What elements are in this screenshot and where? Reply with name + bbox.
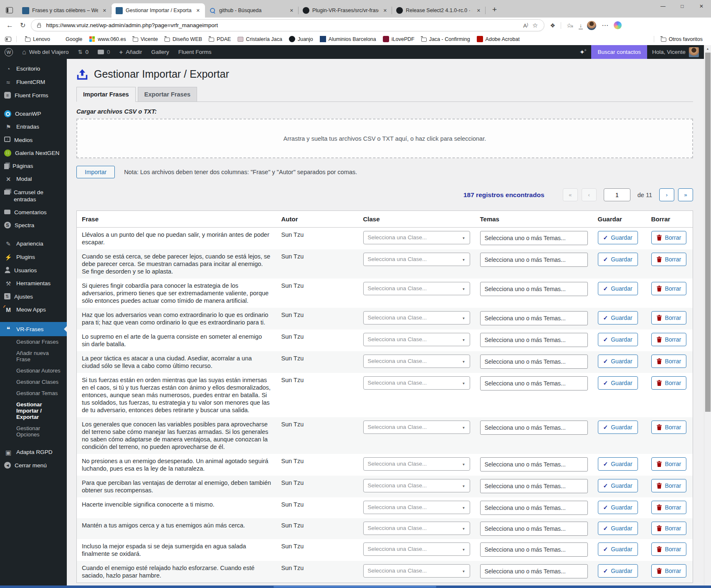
guardar-button[interactable]: Guardar [598, 355, 638, 368]
sidebar-item[interactable]: Fluent Forms [0, 89, 67, 102]
sidebar-item[interactable]: Entradas [0, 120, 67, 134]
sidebar-item[interactable]: Herramientas [0, 277, 67, 290]
tab-close-icon[interactable]: ✕ [382, 7, 389, 14]
borrar-button[interactable]: Borrar [651, 333, 687, 346]
temas-input[interactable] [480, 355, 588, 369]
temas-input[interactable] [480, 479, 588, 493]
back-icon[interactable] [5, 21, 15, 30]
clase-select[interactable]: Selecciona una Clase... [363, 311, 470, 324]
guardar-button[interactable]: Guardar [598, 333, 638, 346]
temas-input[interactable] [480, 253, 588, 267]
tab-actions-icon[interactable] [6, 7, 13, 13]
temas-input[interactable] [480, 282, 588, 296]
temas-input[interactable] [480, 311, 588, 325]
borrar-button[interactable]: Borrar [651, 231, 687, 244]
borrar-button[interactable]: Borrar [651, 355, 687, 368]
bookmark-item[interactable]: Adobe Acrobat [473, 35, 523, 43]
updates-button[interactable]: 0 [73, 45, 93, 59]
window-maximize-button[interactable]: □ [673, 0, 692, 13]
bookmark-item[interactable]: Diseño WEB [161, 35, 205, 43]
guardar-button[interactable]: Guardar [598, 311, 638, 324]
guardar-button[interactable]: Guardar [598, 457, 638, 471]
borrar-button[interactable]: Borrar [651, 253, 687, 266]
refresh-icon[interactable] [19, 21, 27, 29]
sidebar-item[interactable]: Ajustes [0, 290, 67, 303]
browser-tab[interactable]: Frases y citas célebres – Web del V ✕ [18, 3, 111, 18]
sidebar-subitem[interactable]: Gestionar Opciones [0, 423, 67, 440]
borrar-button[interactable]: Borrar [651, 522, 687, 535]
last-page-button[interactable]: » [678, 188, 693, 201]
tab[interactable]: Importar Frases [76, 87, 136, 102]
url-text[interactable]: https://www.vruiz.net/wp-admin/admin.php… [46, 22, 520, 28]
sidebar-subitem[interactable]: Gestionar Frases [0, 336, 67, 347]
sidebar-subitem[interactable]: Añadir nueva Frase [0, 347, 67, 365]
guardar-button[interactable]: Guardar [598, 542, 638, 556]
clase-select[interactable]: Selecciona una Clase... [363, 501, 470, 514]
guardar-button[interactable]: Guardar [598, 501, 638, 514]
downloads-icon[interactable] [579, 21, 583, 29]
clase-select[interactable]: Selecciona una Clase... [363, 355, 470, 368]
sidebar-item[interactable]: Páginas [0, 160, 67, 172]
borrar-button[interactable]: Borrar [651, 376, 687, 390]
bookmark-item[interactable]: Lenovo [22, 35, 53, 43]
search-contacts-button[interactable]: Buscar contactos [591, 45, 647, 59]
window-minimize-button[interactable]: — [653, 0, 673, 13]
favorite-star-icon[interactable] [531, 22, 539, 29]
tab-close-icon[interactable]: ✕ [101, 7, 108, 14]
sidebar-item[interactable]: FluentCRM [0, 76, 67, 89]
bookmark-item[interactable]: Vicente [129, 35, 161, 43]
prev-page-button[interactable]: ‹ [582, 188, 597, 201]
clase-select[interactable]: Selecciona una Clase... [363, 564, 470, 578]
bookmark-item[interactable]: Google [53, 35, 86, 43]
scrollbar-thumb[interactable] [705, 53, 711, 412]
guardar-button[interactable]: Guardar [598, 564, 638, 578]
temas-input[interactable] [480, 564, 588, 578]
clase-select[interactable]: Selecciona una Clase... [363, 542, 470, 556]
sidebar-item[interactable]: Cerrar menú [0, 459, 67, 472]
sidebar-item[interactable]: Medios [0, 134, 67, 147]
clase-select[interactable]: Selecciona una Clase... [363, 231, 470, 244]
bookmark-item[interactable]: Jaca - Confirming [418, 35, 473, 43]
temas-input[interactable] [480, 421, 588, 435]
guardar-button[interactable]: Guardar [598, 522, 638, 535]
first-page-button[interactable]: « [563, 188, 578, 201]
sidebar-item[interactable]: Plugins [0, 251, 67, 264]
sidebar-item[interactable]: Carrusel de entradas [0, 186, 67, 206]
borrar-button[interactable]: Borrar [651, 501, 687, 514]
guardar-button[interactable]: Guardar [598, 253, 638, 266]
temas-input[interactable] [480, 231, 588, 245]
bookmark-item[interactable]: Aluminios Barcelona [316, 35, 380, 43]
sidebar-item[interactable]: Spectra [0, 219, 67, 232]
sidebar-subitem[interactable]: Gestionar Autores [0, 365, 67, 376]
scrollbar-up-icon[interactable]: ▲ [704, 45, 711, 52]
sidebar-item[interactable]: Escritorio [0, 62, 67, 76]
browser-menu-icon[interactable] [600, 21, 610, 29]
sidebar-item-vr-frases[interactable]: VR-Frases [0, 322, 67, 336]
guardar-button[interactable]: Guardar [598, 282, 638, 295]
collections-icon[interactable] [5, 37, 11, 42]
other-favorites-button[interactable]: Otros favoritos [658, 35, 706, 43]
extensions-icon[interactable] [549, 22, 557, 29]
clase-select[interactable]: Selecciona una Clase... [363, 421, 470, 434]
tab-close-icon[interactable]: ✕ [288, 7, 295, 14]
page-number-input[interactable] [604, 188, 630, 201]
sidebar-item[interactable]: Galería NextGEN [0, 147, 67, 160]
bookmark-item[interactable]: Juanjo [286, 35, 316, 43]
clase-select[interactable]: Selecciona una Clase... [363, 522, 470, 535]
temas-input[interactable] [480, 333, 588, 347]
site-name-button[interactable]: Web del Viajero [18, 45, 73, 59]
bookmark-item[interactable]: Cristalería Jaca [234, 35, 286, 43]
file-dropzone[interactable]: Arrastra y suelta tus archivos CSV o TXT… [76, 119, 693, 158]
temas-input[interactable] [480, 457, 588, 471]
guardar-button[interactable]: Guardar [598, 231, 638, 244]
tab-close-icon[interactable]: ✕ [195, 7, 202, 14]
borrar-button[interactable]: Borrar [651, 421, 687, 434]
wp-logo-button[interactable]: W [0, 45, 18, 59]
sidebar-item[interactable]: Meow Apps [0, 303, 67, 317]
favorites-bar-icon[interactable] [565, 22, 574, 29]
borrar-button[interactable]: Borrar [651, 542, 687, 556]
borrar-button[interactable]: Borrar [651, 311, 687, 324]
borrar-button[interactable]: Borrar [651, 282, 687, 295]
bookmark-item[interactable]: PDAE [205, 35, 234, 43]
clase-select[interactable]: Selecciona una Clase... [363, 457, 470, 471]
